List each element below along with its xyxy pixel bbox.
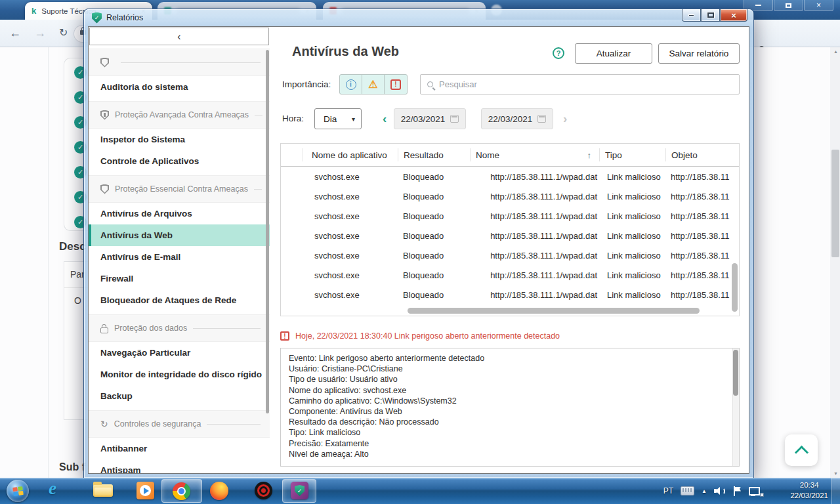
windows-explorer-icon[interactable] (93, 484, 113, 497)
taskbar-clock[interactable]: 20:34 22/03/2021 (790, 480, 828, 501)
table-row[interactable]: svchost.exe Bloqueado http://185.38.111.… (281, 206, 739, 226)
window-close-button[interactable]: × (720, 9, 747, 22)
sidebar-item-label: Monitor de integridade do disco rígido (100, 369, 262, 379)
table-row[interactable]: svchost.exe Bloqueado http://185.38.111.… (281, 186, 739, 206)
details-scrollbar-thumb[interactable] (733, 350, 738, 396)
action-center-flag-icon[interactable] (733, 486, 742, 496)
sidebar-item-antispam[interactable]: Antispam (89, 459, 270, 473)
window-minimize-button[interactable] (682, 9, 701, 22)
sidebar-item-bloqueador[interactable]: Bloqueador de Ataques de Rede (89, 289, 270, 311)
table-row[interactable]: svchost.exe Bloqueado http://185.38.111.… (281, 226, 739, 245)
sidebar-item-auditoria[interactable]: Auditoria do sistema (89, 76, 270, 98)
network-icon[interactable] (749, 486, 761, 496)
kaspersky-app-icon[interactable]: ✓ (291, 482, 308, 499)
show-hidden-icons-button[interactable]: ▲ (702, 488, 707, 494)
browser-close-button[interactable]: × (804, 0, 833, 11)
date-to-field[interactable]: 22/03/2021 (481, 108, 553, 129)
calendar-icon[interactable] (450, 115, 459, 123)
cell-result: Bloqueado (398, 172, 470, 182)
sidebar-item-inspetor[interactable]: Inspetor do Sistema (89, 129, 270, 150)
table-vertical-scrollbar-thumb[interactable] (732, 263, 738, 312)
firefox-icon[interactable] (210, 482, 228, 500)
save-report-button[interactable]: Salvar relatório (658, 43, 740, 64)
language-indicator[interactable]: PT (663, 486, 673, 495)
cell-app: svchost.exe (303, 211, 398, 221)
details-scrollbar[interactable] (732, 348, 739, 466)
column-header-app[interactable]: Nome do aplicativo (303, 148, 398, 161)
column-header-type[interactable]: Tipo (599, 148, 665, 161)
reload-icon[interactable]: ↻ (59, 26, 68, 40)
keyboard-layout-icon[interactable] (681, 486, 694, 495)
search-input[interactable] (438, 79, 739, 90)
chrome-center-dot (178, 488, 184, 494)
event-headline: Hoje, 22/03/2021 18:30:40 Link perigoso … (295, 331, 560, 341)
scroll-down-icon[interactable]: ▼ (833, 471, 838, 476)
period-select[interactable]: Dia ▾ (314, 108, 362, 129)
window-titlebar[interactable]: ✓ Relatórios (84, 9, 753, 26)
sidebar-item-navegacao[interactable]: Navegação Particular (89, 342, 270, 364)
chrome-icon[interactable] (173, 482, 190, 500)
sidebar-item-antivirus-email[interactable]: Antivírus de E-mail (89, 246, 270, 268)
table-horizontal-scrollbar-thumb[interactable] (408, 308, 700, 314)
importance-warning-toggle[interactable]: ⚠ (362, 75, 385, 94)
sidebar-item-antibanner[interactable]: Antibanner (89, 438, 270, 459)
sidebar-item-firewall[interactable]: Firewall (89, 268, 270, 289)
show-desktop-button[interactable] (831, 478, 840, 504)
search-box[interactable] (420, 74, 740, 94)
cell-type: Link malicioso (599, 290, 665, 300)
sidebar-item-label: Controle de Aplicativos (100, 156, 199, 166)
importance-critical-toggle[interactable]: ! (385, 75, 407, 94)
internet-explorer-icon[interactable]: e (49, 478, 56, 499)
help-icon[interactable]: ? (553, 47, 564, 59)
cell-app: svchost.exe (303, 231, 398, 241)
sidebar-item-antivirus-web[interactable]: Antivírus da Web (89, 224, 270, 246)
page-scrollbar[interactable]: ▲ ▼ (830, 47, 840, 478)
cell-name: http://185.38.111.1/wpad.dat (470, 211, 599, 221)
column-header-name[interactable]: Nome ↑ (470, 148, 599, 161)
column-header-object[interactable]: Objeto (665, 148, 739, 161)
start-button[interactable] (7, 480, 29, 502)
column-header-empty[interactable] (281, 148, 303, 161)
refresh-report-button[interactable]: Atualizar (575, 43, 652, 64)
volume-icon[interactable] (714, 486, 726, 496)
page-heading-fragment: Desc (59, 240, 86, 253)
sidebar-item-backup[interactable]: Backup (89, 385, 270, 407)
browser-maximize-button[interactable] (774, 0, 803, 11)
cell-app: svchost.exe (303, 290, 398, 300)
cell-app: svchost.exe (303, 192, 398, 201)
shield-outline-icon (100, 184, 109, 194)
scroll-up-icon[interactable]: ▲ (833, 49, 838, 54)
sidebar-item-antivirus-arquivos[interactable]: Antivírus de Arquivos (89, 203, 270, 224)
shield-outline-icon (100, 58, 109, 68)
sidebar-collapse-button[interactable]: ‹ (89, 28, 269, 45)
date-from-field[interactable]: 22/03/2021 (394, 108, 466, 129)
detail-line: Tipo: Link malicioso (289, 427, 726, 438)
sidebar-item-controle-aplicativos[interactable]: Controle de Aplicativos (89, 150, 270, 172)
section-divider (254, 189, 262, 190)
back-icon[interactable]: ← (9, 26, 21, 40)
table-row[interactable]: svchost.exe Bloqueado http://185.38.111.… (281, 167, 739, 186)
warning-triangle-icon: ⚠ (368, 79, 377, 90)
info-icon: i (346, 79, 356, 90)
scroll-to-top-button[interactable] (785, 434, 818, 466)
importance-info-toggle[interactable]: i (340, 75, 362, 94)
column-header-label: Nome (476, 150, 499, 160)
window-content: ‹ Auditoria do sistema Proteção Avançada… (88, 26, 749, 474)
table-row[interactable]: svchost.exe Bloqueado http://185.38.111.… (281, 285, 739, 304)
cell-type: Link malicioso (599, 192, 665, 201)
red-app-icon[interactable] (255, 482, 272, 499)
column-header-result[interactable]: Resultado (398, 148, 470, 161)
page-scrollbar-thumb[interactable] (831, 150, 839, 257)
sidebar-item-label: Inspetor do Sistema (100, 135, 185, 144)
window-maximize-button[interactable] (701, 9, 720, 22)
sidebar-item-monitor-disco[interactable]: Monitor de integridade do disco rígido (89, 364, 270, 385)
table-row[interactable]: svchost.exe Bloqueado http://185.38.111.… (281, 245, 739, 265)
media-player-icon[interactable] (136, 482, 154, 499)
search-icon (427, 81, 433, 87)
table-row[interactable]: svchost.exe Bloqueado http://185.38.111.… (281, 265, 739, 285)
sidebar-scrollbar-thumb[interactable] (266, 50, 269, 413)
previous-period-button[interactable]: ‹ (383, 108, 387, 129)
period-value: Dia (324, 114, 337, 124)
cell-object: http://185.38.11 (665, 290, 739, 300)
calendar-icon[interactable] (537, 115, 546, 123)
